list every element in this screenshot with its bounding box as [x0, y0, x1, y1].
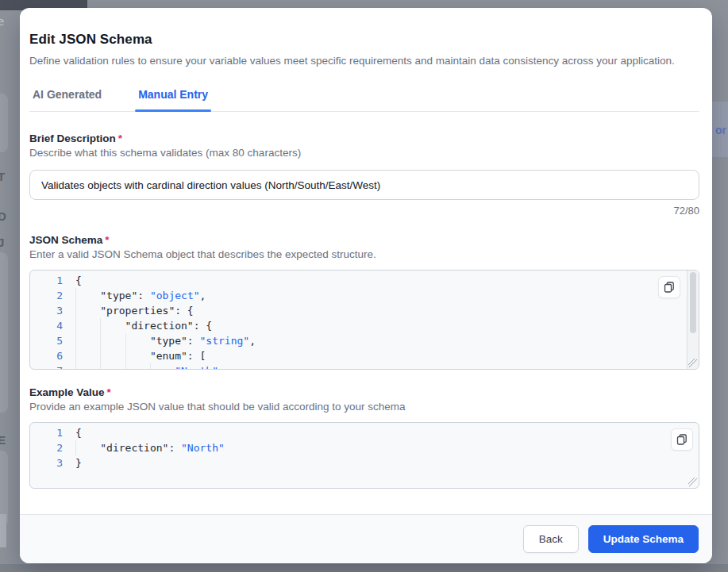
- background-panel-fragment: [0, 451, 8, 527]
- json-schema-editor[interactable]: 1{2"type": "object",3"properties": {4"di…: [29, 270, 699, 370]
- copy-button[interactable]: [658, 276, 680, 298]
- background-panel-fragment: [0, 94, 8, 152]
- resize-handle[interactable]: [688, 478, 697, 486]
- json-schema-section: JSON Schema* Enter a valid JSON Schema o…: [29, 234, 699, 370]
- back-button[interactable]: Back: [523, 525, 579, 553]
- brief-description-label: Brief Description*: [29, 132, 699, 144]
- modal-subtitle: Define validation rules to ensure your v…: [29, 55, 699, 67]
- modal-footer: Back Update Schema: [20, 514, 712, 563]
- example-value-editor[interactable]: 1{2"direction": "North"3}: [29, 422, 699, 489]
- schema-mode-tabs: AI Generated Manual Entry: [29, 88, 699, 112]
- tab-manual-entry[interactable]: Manual Entry: [135, 88, 211, 111]
- required-asterisk: *: [118, 132, 122, 144]
- json-schema-helper: Enter a valid JSON Schema object that de…: [29, 248, 699, 260]
- resize-handle[interactable]: [688, 359, 697, 367]
- required-asterisk: *: [107, 386, 111, 398]
- modal-title: Edit JSON Schema: [29, 32, 699, 48]
- background-panel-fragment: [0, 564, 728, 572]
- copy-button[interactable]: [671, 428, 693, 451]
- tab-ai-generated[interactable]: AI Generated: [29, 88, 105, 111]
- brief-description-section: Brief Description* Describe what this sc…: [29, 132, 699, 217]
- example-value-label: Example Value*: [29, 386, 699, 398]
- json-schema-label: JSON Schema*: [29, 234, 699, 246]
- required-asterisk: *: [105, 234, 109, 246]
- character-counter: 72/80: [29, 205, 699, 217]
- copy-icon: [676, 434, 688, 445]
- scrollbar-thumb[interactable]: [690, 272, 696, 333]
- json-schema-code[interactable]: 1{2"type": "object",3"properties": {4"di…: [30, 271, 699, 370]
- background-link-fragment: or: [715, 124, 726, 136]
- example-value-helper: Provide an example JSON value that shoul…: [29, 401, 699, 413]
- example-value-code[interactable]: 1{2"direction": "North"3}: [30, 423, 699, 470]
- brief-description-input[interactable]: [29, 170, 699, 200]
- edit-json-schema-modal: Edit JSON Schema Define validation rules…: [20, 8, 712, 563]
- editor-scrollbar[interactable]: [687, 271, 699, 369]
- brief-description-helper: Describe what this schema validates (max…: [29, 147, 699, 159]
- background-panel-fragment: [0, 514, 6, 547]
- copy-icon: [664, 282, 675, 293]
- background-panel-fragment: [0, 252, 8, 413]
- example-value-section: Example Value* Provide an example JSON v…: [29, 386, 699, 489]
- update-schema-button[interactable]: Update Schema: [588, 525, 699, 553]
